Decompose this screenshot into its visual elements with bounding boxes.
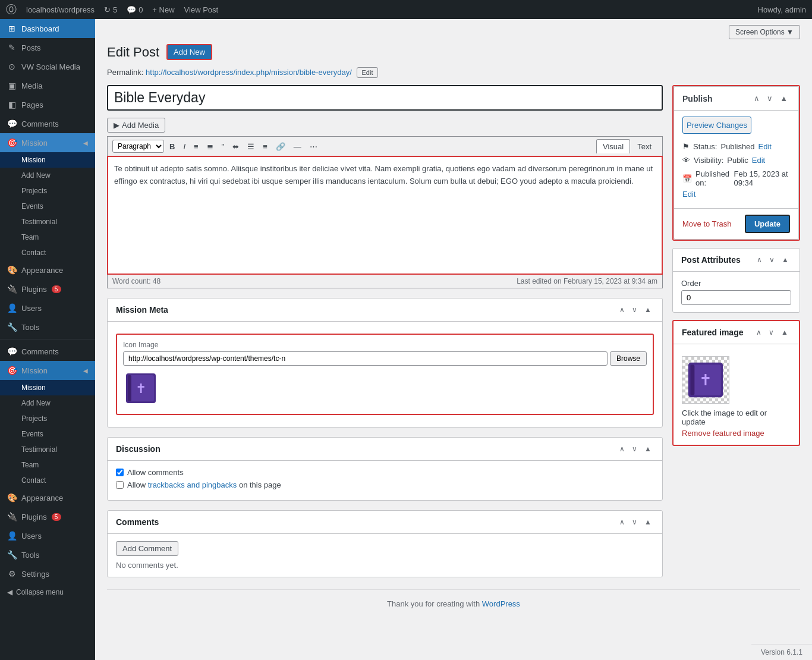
visibility-value: Public <box>727 156 748 165</box>
sidebar-submenu-projects[interactable]: Projects <box>0 183 95 199</box>
sidebar-item-media[interactable]: ▣ Media <box>0 76 95 95</box>
sidebar-item-appearance[interactable]: 🎨 Appearance <box>0 260 95 279</box>
publish-collapse-down[interactable]: ∨ <box>764 93 775 104</box>
sidebar-item-comments2[interactable]: 💬 Comments <box>0 342 95 361</box>
mission-meta-collapse-up[interactable]: ∧ <box>617 304 627 315</box>
new-content-link[interactable]: + New <box>152 5 174 14</box>
sidebar-submenu-testimonial2[interactable]: Testimonial <box>0 442 95 457</box>
mission-meta-expand[interactable]: ▲ <box>642 304 654 315</box>
add-new-button[interactable]: Add New <box>166 44 212 60</box>
allow-comments-checkbox[interactable] <box>116 469 124 476</box>
view-post-link[interactable]: View Post <box>184 5 219 14</box>
sidebar-submenu-contact2[interactable]: Contact <box>0 473 95 488</box>
tools2-icon: 🔧 <box>7 550 17 560</box>
fi-collapse-up[interactable]: ∧ <box>754 327 764 338</box>
sidebar-submenu-mission[interactable]: Mission <box>0 152 95 168</box>
sidebar-item-appearance2[interactable]: 🎨 Appearance <box>0 488 95 507</box>
comments-expand[interactable]: ▲ <box>642 517 654 527</box>
updates-link[interactable]: ↻ 5 <box>104 5 117 14</box>
publish-expand[interactable]: ▲ <box>778 93 790 104</box>
update-button[interactable]: Update <box>745 215 790 233</box>
sidebar-item-vw-social[interactable]: ⊙ VW Social Media <box>0 57 95 76</box>
wordpress-link[interactable]: WordPress <box>482 599 520 608</box>
status-edit-link[interactable]: Edit <box>759 142 772 151</box>
sidebar-item-pages[interactable]: ◧ Pages <box>0 95 95 114</box>
sidebar-item-comments[interactable]: 💬 Comments <box>0 114 95 133</box>
sidebar-item-mission-parent2[interactable]: 🎯 Mission ◀ <box>0 361 95 380</box>
sidebar-item-tools[interactable]: 🔧 Tools <box>0 318 95 337</box>
screen-options-button[interactable]: Screen Options ▼ <box>729 25 800 39</box>
link-button[interactable]: 🔗 <box>273 140 288 153</box>
align-left-button[interactable]: ⬌ <box>229 140 242 153</box>
align-center-button[interactable]: ☰ <box>244 140 257 153</box>
trash-link[interactable]: Move to Trash <box>682 219 731 228</box>
permalink-url[interactable]: http://localhost/wordpress/index.php/mis… <box>146 68 352 77</box>
icon-image-input[interactable] <box>123 351 608 366</box>
sidebar-item-tools2[interactable]: 🔧 Tools <box>0 545 95 564</box>
comments-collapse-down[interactable]: ∨ <box>630 517 640 527</box>
text-tab[interactable]: Text <box>631 139 657 153</box>
add-comment-button[interactable]: Add Comment <box>116 541 178 556</box>
comments-link[interactable]: 💬 0 <box>127 5 143 14</box>
featured-image-thumbnail[interactable]: ✝ <box>682 356 729 404</box>
updates-icon: ↻ <box>104 5 111 14</box>
sidebar-item-plugins[interactable]: 🔌 Plugins 5 <box>0 279 95 298</box>
post-attr-collapse-up[interactable]: ∧ <box>754 254 764 265</box>
discussion-expand[interactable]: ▲ <box>642 444 654 454</box>
sidebar-item-mission-parent[interactable]: 🎯 Mission ◀ <box>0 133 95 152</box>
visual-tab[interactable]: Visual <box>596 139 630 153</box>
sidebar-submenu-add-new[interactable]: Add New <box>0 168 95 183</box>
italic-button[interactable]: I <box>180 140 188 153</box>
mission-meta-collapse-down[interactable]: ∨ <box>630 304 640 315</box>
sidebar-submenu-testimonial[interactable]: Testimonial <box>0 214 95 230</box>
fi-expand[interactable]: ▲ <box>779 327 791 338</box>
collapse-menu-button[interactable]: ◀ Collapse menu <box>0 583 95 601</box>
sidebar-submenu-events[interactable]: Events <box>0 199 95 214</box>
mission-meta-box: Mission Meta ∧ ∨ ▲ Icon Image docum <box>107 298 663 428</box>
allow-trackbacks-checkbox[interactable] <box>116 481 124 489</box>
comments-collapse-up[interactable]: ∧ <box>617 517 627 527</box>
publish-collapse-up[interactable]: ∧ <box>751 93 762 104</box>
sidebar-submenu-team2[interactable]: Team <box>0 457 95 473</box>
browse-button[interactable]: Browse <box>610 351 647 366</box>
sidebar-item-posts[interactable]: ✎ Posts <box>0 38 95 57</box>
align-right-button[interactable]: ≡ <box>260 140 270 153</box>
preview-changes-button[interactable]: Preview Changes <box>682 117 751 134</box>
add-media-button[interactable]: ▶ Add Media <box>107 118 165 133</box>
sidebar-submenu-mission2[interactable]: Mission <box>0 380 95 395</box>
post-attr-collapse-down[interactable]: ∨ <box>767 254 777 265</box>
sidebar-submenu-contact[interactable]: Contact <box>0 245 95 260</box>
remove-featured-image-link[interactable]: Remove featured image <box>682 429 791 438</box>
comments-title: Comments <box>116 517 159 527</box>
sidebar-item-settings[interactable]: ⚙ Settings <box>0 564 95 583</box>
site-name[interactable]: localhost/wordpress <box>26 5 95 14</box>
unordered-list-button[interactable]: ≡ <box>191 140 202 153</box>
sidebar-submenu-projects2[interactable]: Projects <box>0 411 95 426</box>
sidebar-submenu-team[interactable]: Team <box>0 230 95 245</box>
bold-button[interactable]: B <box>166 140 178 153</box>
discussion-collapse-up[interactable]: ∧ <box>617 444 627 454</box>
order-input[interactable] <box>681 290 791 305</box>
toolbar-toggle-button[interactable]: ⋯ <box>307 140 320 153</box>
sidebar-item-users2[interactable]: 👤 Users <box>0 526 95 545</box>
fi-collapse-down[interactable]: ∨ <box>766 327 776 338</box>
sidebar-item-users[interactable]: 👤 Users <box>0 298 95 318</box>
ordered-list-button[interactable]: ≣ <box>204 140 216 153</box>
sidebar-submenu-add-new2[interactable]: Add New <box>0 395 95 411</box>
comments-header: Comments ∧ ∨ ▲ <box>108 511 662 534</box>
post-attr-expand[interactable]: ▲ <box>779 254 791 265</box>
insert-more-button[interactable]: — <box>291 140 304 153</box>
trackbacks-link[interactable]: trackbacks and pingbacks <box>148 480 237 489</box>
post-title-input[interactable] <box>107 85 663 111</box>
visibility-edit-link[interactable]: Edit <box>752 156 765 165</box>
paragraph-format-select[interactable]: Paragraph <box>112 140 164 153</box>
discussion-collapse-down[interactable]: ∨ <box>630 444 640 454</box>
editor-content-area[interactable]: Te obtinuit ut adepto satis somno. Aliis… <box>107 156 663 275</box>
sidebar-item-plugins2[interactable]: 🔌 Plugins 5 <box>0 507 95 526</box>
order-label: Order <box>681 279 791 288</box>
blockquote-button[interactable]: " <box>219 140 228 153</box>
permalink-edit-button[interactable]: Edit <box>357 67 379 78</box>
sidebar-submenu-events2[interactable]: Events <box>0 426 95 442</box>
sidebar-item-dashboard[interactable]: ⊞ Dashboard <box>0 19 95 38</box>
published-edit-link[interactable]: Edit <box>682 190 695 199</box>
